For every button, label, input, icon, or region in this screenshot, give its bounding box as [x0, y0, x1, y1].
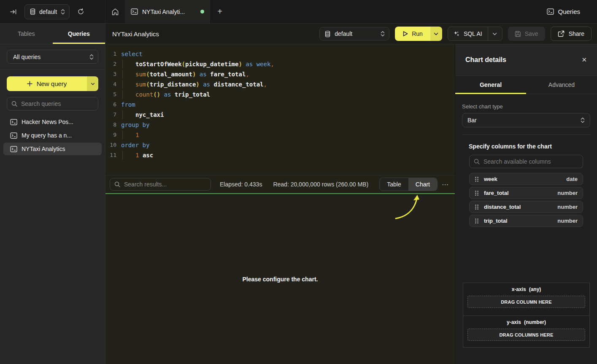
share-button[interactable]: Share: [551, 27, 592, 41]
code-line: 2toStartOfWeek(pickup_datetime) as week,: [105, 59, 455, 69]
query-search-input[interactable]: [21, 100, 94, 107]
plus-icon: [27, 81, 32, 86]
column-type: number: [557, 190, 578, 196]
line-number: 9: [105, 130, 116, 140]
save-button[interactable]: Save: [508, 27, 545, 41]
column-name: fare_total: [484, 190, 552, 196]
panel-title: Chart details: [465, 56, 581, 64]
results-search: [110, 178, 211, 191]
query-list-item[interactable]: My query has a n...: [3, 129, 102, 142]
code-line: 7nyc_taxi: [105, 110, 455, 120]
save-icon: [515, 31, 521, 37]
query-list-item[interactable]: NYTaxi Analytics: [3, 143, 102, 155]
line-number: 4: [105, 79, 116, 89]
chevron-updown-icon: [89, 54, 94, 60]
line-number: 10: [105, 140, 116, 150]
rows-read-stats: Read: 20,000,000 rows (260.00 MB): [273, 181, 368, 188]
queries-sidebar: All queries New query Hacker News Pos..: [0, 44, 105, 364]
new-query-caret[interactable]: [87, 76, 98, 91]
table-view-button[interactable]: Table: [380, 178, 408, 191]
code-line: 91: [105, 130, 455, 140]
toolbar-database-selector[interactable]: default: [319, 27, 389, 40]
collapse-sidebar-icon[interactable]: [8, 7, 19, 17]
x-axis-constraint: (any): [529, 286, 541, 292]
code-line: 5count() as trip_total: [105, 89, 455, 100]
sparkle-icon: [453, 30, 460, 37]
column-list: weekdatefare_totalnumberdistance_totalnu…: [469, 173, 583, 227]
search-icon: [11, 101, 17, 107]
tab-advanced[interactable]: Advanced: [526, 76, 597, 94]
y-axis-title: y-axis(number): [463, 319, 589, 325]
run-button[interactable]: Run: [395, 27, 430, 41]
sidebar-tabs: Tables Queries: [0, 24, 105, 44]
unsaved-changes-dot: [200, 10, 204, 13]
drag-handle-icon: [475, 176, 479, 182]
code-line: 1select: [105, 49, 455, 59]
y-axis-drop-zone[interactable]: DRAG COLUMNS HERE: [467, 329, 585, 341]
x-axis-label: x-axis: [512, 286, 526, 292]
sql-ai-button[interactable]: SQL AI: [448, 27, 502, 41]
column-name: distance_total: [484, 204, 552, 210]
run-options-caret[interactable]: [430, 27, 442, 41]
tab-nytaxi-analytics[interactable]: NYTaxi Analyti...: [125, 0, 210, 23]
sql-ai-caret[interactable]: [488, 27, 497, 40]
refresh-icon[interactable]: [76, 7, 86, 17]
code-line: 10order by: [105, 140, 455, 150]
code-text: order by: [121, 140, 149, 150]
tab-tables[interactable]: Tables: [0, 24, 53, 44]
sql-ai-label: SQL AI: [464, 30, 482, 37]
query-list-item[interactable]: Hacker News Pos...: [3, 116, 102, 128]
column-row[interactable]: weekdate: [469, 173, 583, 185]
code-text: from: [121, 100, 135, 110]
code-text: nyc_taxi: [121, 110, 164, 120]
results-search-input[interactable]: [124, 181, 206, 188]
database-selector[interactable]: default: [24, 4, 70, 19]
line-number: 1: [105, 49, 116, 59]
run-button-label: Run: [412, 30, 423, 37]
divider: [0, 70, 105, 70]
query-item-label: My query has a n...: [22, 132, 72, 139]
code-text: group by: [121, 120, 149, 130]
column-row[interactable]: trip_totalnumber: [469, 215, 583, 227]
columns-search: [469, 155, 583, 168]
chart-type-select[interactable]: Bar: [462, 113, 590, 127]
column-name: week: [484, 176, 561, 182]
top-bar-left: default: [0, 0, 105, 23]
queries-nav-button[interactable]: Queries: [547, 0, 597, 23]
x-axis-drop-zone[interactable]: DRAG COLUMN HERE: [467, 296, 585, 308]
play-icon: [403, 31, 408, 37]
drag-handle-icon: [475, 204, 479, 210]
sql-editor[interactable]: 1select2toStartOfWeek(pickup_datetime) a…: [105, 44, 455, 175]
tab-queries[interactable]: Queries: [53, 24, 105, 44]
line-number: 2: [105, 59, 116, 69]
chart-details-panel: Chart details ✕ General Advanced Select …: [455, 44, 597, 364]
annotation-arrow-icon: [384, 194, 426, 224]
column-row[interactable]: distance_totalnumber: [469, 201, 583, 213]
save-button-label: Save: [525, 30, 538, 37]
code-text: count() as trip_total: [121, 89, 210, 100]
column-type: date: [566, 176, 578, 182]
panel-tabs: General Advanced: [455, 76, 597, 94]
new-query-button[interactable]: New query: [7, 76, 87, 91]
y-axis-section: y-axis(number) DRAG COLUMNS HERE: [463, 315, 589, 348]
database-icon: [325, 31, 330, 37]
chart-type-value: Bar: [467, 117, 581, 124]
column-row[interactable]: fare_totalnumber: [469, 187, 583, 199]
tab-general[interactable]: General: [455, 76, 526, 94]
code-line: 8group by: [105, 120, 455, 130]
home-icon[interactable]: [105, 0, 125, 23]
database-selector-value: default: [39, 8, 57, 15]
top-bar: default NYTaxi Analyti... +: [0, 0, 597, 24]
more-options-icon[interactable]: ⋯: [442, 181, 449, 189]
chart-view-button[interactable]: Chart: [408, 178, 437, 191]
query-item-label: Hacker News Pos...: [22, 119, 73, 125]
query-toolbar: NYTaxi Analytics default Run: [105, 24, 597, 44]
search-icon: [114, 181, 120, 187]
columns-search-input[interactable]: [484, 158, 578, 165]
elapsed-time: Elapsed: 0.433s: [220, 181, 262, 188]
page-title: NYTaxi Analytics: [112, 30, 314, 38]
axis-configuration: x-axis(any) DRAG COLUMN HERE y-axis(numb…: [463, 283, 590, 348]
new-tab-button[interactable]: +: [210, 0, 230, 23]
query-filter-select[interactable]: All queries: [7, 50, 98, 64]
close-icon[interactable]: ✕: [581, 56, 587, 64]
